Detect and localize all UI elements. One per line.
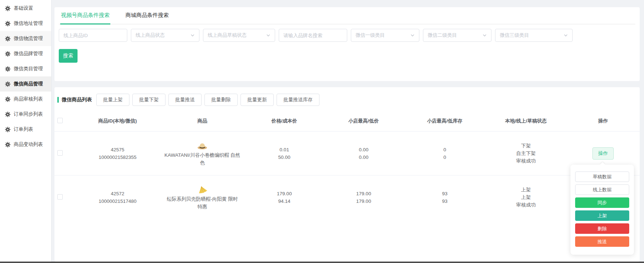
batch-delete-button[interactable]: 批量删除 xyxy=(204,94,238,106)
brand-search-input[interactable] xyxy=(279,29,347,42)
shop-high-price: 179.00 xyxy=(323,190,404,197)
delete-button[interactable]: 删除 xyxy=(575,223,629,234)
price-value: 179.00 xyxy=(246,190,323,197)
sidebar-item-label: 订单列表 xyxy=(14,126,33,133)
putaway-button[interactable]: 上架 xyxy=(575,210,629,221)
batch-putaway-button[interactable]: 批量上架 xyxy=(96,94,129,106)
product-list-panel: 微信商品列表 批量上架 批量下架 批量推送 批量删除 批量更新 批量推送库存 商… xyxy=(54,87,640,262)
column-header-shop-high-low-price: 小店最高/低价 xyxy=(323,118,404,124)
row-checkbox[interactable] xyxy=(57,194,63,200)
gear-icon xyxy=(5,51,10,57)
column-header-shop-high-low-stock: 小店最高/低库存 xyxy=(404,118,485,124)
wechat-category-2-select[interactable]: 微信二级类目 xyxy=(423,29,491,42)
table-row: 42572 10000021517480 纭际系列贝壳防晒帽-向阳黄 限时特惠 … xyxy=(54,175,640,219)
action-dropdown-menu: 草稿数据 线上数据 同步 上架 删除 推送 xyxy=(570,165,634,255)
shop-low-price: 179.00 xyxy=(323,197,404,205)
bottom-window-edge xyxy=(0,262,644,263)
row-checkbox[interactable] xyxy=(57,150,63,156)
sidebar-item-wechat-address[interactable]: 微信地址管理 xyxy=(0,16,51,31)
sidebar-item-wechat-brand[interactable]: 微信品牌管理 xyxy=(0,46,51,61)
list-header: 微信商品列表 批量上架 批量下架 批量推送 批量删除 批量更新 批量推送库存 xyxy=(54,87,640,111)
table-header-row: 商品ID(本地/微信) 商品 价格/成本价 小店最高/低价 小店最高/低库存 本… xyxy=(54,111,640,131)
sidebar-item-order-list[interactable]: 订单列表 xyxy=(0,122,51,137)
shop-price-cell: 0.00 0.00 xyxy=(323,146,404,161)
batch-push-button[interactable]: 批量推送 xyxy=(168,94,202,106)
chevron-down-icon xyxy=(266,33,270,37)
online-status: 自主下架 xyxy=(485,150,566,157)
select-all-checkbox[interactable] xyxy=(57,118,63,123)
gear-icon xyxy=(5,21,10,26)
page: 基础设置 微信地址管理 微信物流管理 微信品牌管理 微信类目管理 微信商品管理 … xyxy=(0,0,644,263)
product-name: 纭际系列贝壳防晒帽-向阳黄 限时特惠 xyxy=(164,195,240,210)
sidebar-item-label: 商品审核列表 xyxy=(14,96,43,102)
gear-icon xyxy=(5,36,10,41)
tab-bar: 视频号商品条件搜索 商城商品条件搜索 xyxy=(59,7,635,24)
sidebar-item-label: 微信商品管理 xyxy=(14,81,43,87)
tab-mall-product-search[interactable]: 商城商品条件搜索 xyxy=(125,12,169,24)
sidebar-item-label: 微信物流管理 xyxy=(14,35,43,42)
filter-row: 线上商品状态 线上商品草稿状态 微信一级类目 微信二级类目 微信三级类 xyxy=(59,29,635,42)
sidebar-item-label: 商品变动列表 xyxy=(14,141,43,148)
list-title: 微信商品列表 xyxy=(62,97,92,103)
sidebar-item-wechat-category[interactable]: 微信类目管理 xyxy=(0,61,51,76)
gear-icon xyxy=(5,6,10,11)
search-panel: 视频号商品条件搜索 商城商品条件搜索 线上商品状态 线上商品草稿状态 微信一级类… xyxy=(54,7,640,81)
select-placeholder: 微信一级类目 xyxy=(356,32,385,39)
sidebar-item-label: 订单同步列表 xyxy=(14,111,43,117)
gear-icon xyxy=(5,112,10,117)
select-placeholder: 微信三级类目 xyxy=(500,32,529,39)
search-button[interactable]: 搜索 xyxy=(59,49,78,63)
batch-takedown-button[interactable]: 批量下架 xyxy=(132,94,166,106)
sidebar-item-product-change-list[interactable]: 商品变动列表 xyxy=(0,137,51,152)
sidebar-item-product-review-list[interactable]: 商品审核列表 xyxy=(0,92,51,107)
sidebar-item-wechat-product[interactable]: 微信商品管理 xyxy=(0,76,51,92)
online-product-status-select[interactable]: 线上商品状态 xyxy=(131,29,199,42)
product-cell: KAWATANI/川谷小卷檐编织帽 自然色 xyxy=(159,141,246,166)
online-data-button[interactable]: 线上数据 xyxy=(575,184,629,195)
sidebar-item-wechat-logistics[interactable]: 微信物流管理 xyxy=(0,31,51,46)
sidebar-item-label: 微信品牌管理 xyxy=(14,50,43,57)
wechat-category-1-select[interactable]: 微信一级类目 xyxy=(351,29,419,42)
shop-low-price: 0.00 xyxy=(323,153,404,161)
action-cell: 操作 xyxy=(566,147,640,160)
stock-low: 93 xyxy=(404,197,485,205)
column-header-price-cost: 价格/成本价 xyxy=(246,118,323,124)
wechat-product-id: 10000021582355 xyxy=(76,153,159,161)
sidebar-item-label: 微信地址管理 xyxy=(14,20,43,27)
status-cell: 上架 上架 审核成功 xyxy=(485,186,566,209)
sidebar-item-order-sync-list[interactable]: 订单同步列表 xyxy=(0,107,51,122)
sidebar-item-basic-settings[interactable]: 基础设置 xyxy=(0,1,51,16)
product-image-shell-hat xyxy=(197,184,208,195)
row-action-button[interactable]: 操作 xyxy=(592,147,614,160)
shop-stock-cell: 93 93 xyxy=(404,190,485,205)
online-draft-status-select[interactable]: 线上商品草稿状态 xyxy=(203,29,275,42)
column-header-status: 本地/线上/草稿状态 xyxy=(485,118,566,124)
draft-status: 审核成功 xyxy=(485,201,566,209)
wechat-category-3-select[interactable]: 微信三级类目 xyxy=(495,29,573,42)
batch-push-stock-button[interactable]: 批量推送库存 xyxy=(277,94,319,106)
sidebar: 基础设置 微信地址管理 微信物流管理 微信品牌管理 微信类目管理 微信商品管理 … xyxy=(0,0,52,262)
draft-data-button[interactable]: 草稿数据 xyxy=(575,171,629,182)
sidebar-item-label: 微信类目管理 xyxy=(14,66,43,72)
status-cell: 下架 自主下架 审核成功 xyxy=(485,142,566,165)
table-row: 42575 10000021582355 KAWATANI/川谷小卷檐编织帽 自… xyxy=(54,131,640,175)
shop-stock-cell: 0 0 xyxy=(404,146,485,161)
stock-high: 93 xyxy=(404,190,485,197)
local-product-id: 42575 xyxy=(76,146,159,153)
gear-icon xyxy=(5,142,10,147)
product-name: KAWATANI/川谷小卷檐编织帽 自然色 xyxy=(164,151,240,166)
push-button[interactable]: 推送 xyxy=(575,236,629,247)
sync-button[interactable]: 同步 xyxy=(575,197,629,208)
gear-icon xyxy=(5,81,10,87)
local-product-id: 42572 xyxy=(76,190,159,197)
column-header-product: 商品 xyxy=(159,118,246,124)
online-product-id-input[interactable] xyxy=(59,29,127,42)
chevron-down-icon xyxy=(482,33,487,37)
tab-channels-product-search[interactable]: 视频号商品条件搜索 xyxy=(60,12,110,24)
product-cell: 纭际系列贝壳防晒帽-向阳黄 限时特惠 xyxy=(159,184,246,210)
sidebar-item-label: 基础设置 xyxy=(14,5,33,12)
draft-status: 审核成功 xyxy=(485,157,566,165)
chevron-down-icon xyxy=(410,33,415,37)
batch-update-button[interactable]: 批量更新 xyxy=(241,94,274,106)
main-content: 视频号商品条件搜索 商城商品条件搜索 线上商品状态 线上商品草稿状态 微信一级类… xyxy=(54,0,640,263)
